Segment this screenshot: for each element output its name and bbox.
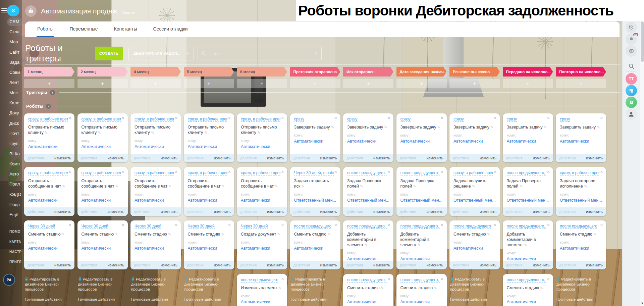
group-actions-link[interactable]: Групповые действия — [556, 297, 605, 301]
sidebar-logo-avatar[interactable]: РА — [3, 274, 15, 286]
edit-pencil-icon[interactable]: ✎ — [544, 125, 547, 129]
actions-link[interactable]: действия — [134, 261, 150, 269]
robot-trigger-link[interactable]: после предыдущего — [453, 224, 491, 229]
sidebar-item-crm[interactable]: CRM — [7, 17, 22, 26]
close-icon[interactable]: ✕ — [387, 170, 390, 174]
close-icon[interactable]: ✕ — [387, 116, 390, 120]
close-icon[interactable]: ✕ — [334, 170, 337, 174]
actions-link[interactable]: действия — [506, 154, 523, 162]
robot-recipient-link[interactable]: Автоматически — [453, 246, 496, 251]
edit-pencil-icon[interactable]: ✎ — [584, 184, 587, 188]
robot-card[interactable]: ✕после предыдущего, п...Задача Проверка … — [343, 167, 393, 216]
edit-link[interactable]: изменить — [480, 261, 496, 269]
robot-recipient-link[interactable]: Автоматически — [400, 300, 443, 304]
sidebar-item-совм[interactable]: Совм — [0, 67, 22, 78]
close-icon[interactable]: ✕ — [68, 170, 71, 174]
robot-recipient-link[interactable]: Автоматически — [241, 246, 283, 251]
robot-card[interactable]: ✕после предыдущего, п...Задача Проверка … — [396, 167, 447, 216]
robot-trigger-link[interactable]: после предыдущего — [241, 277, 278, 283]
edit-link[interactable]: изменить — [214, 261, 230, 269]
edit-pencil-icon[interactable]: ✎ — [62, 184, 65, 188]
sidebar-item-груп[interactable]: Груп — [0, 139, 22, 149]
scrollbar-thumb[interactable] — [641, 21, 644, 62]
history-icon[interactable] — [626, 22, 637, 33]
edit-pencil-icon[interactable]: ✎ — [418, 243, 421, 247]
close-icon[interactable]: ✕ — [281, 116, 284, 120]
robot-recipient-link[interactable]: Автоматически — [188, 246, 230, 251]
robot-recipient-link[interactable]: Автоматически — [507, 300, 549, 304]
edit-pencil-icon[interactable]: ✎ — [115, 232, 118, 236]
sidebar-item-кэдо[interactable]: КЭДО — [0, 190, 22, 200]
edit-pencil-icon[interactable]: ✎ — [331, 125, 334, 129]
sidebar-item-почт[interactable]: Почт — [0, 129, 22, 139]
stage-chip-5[interactable]: 6 месяц — [237, 67, 287, 76]
edit-link[interactable]: изменить — [373, 261, 390, 269]
sidebar-item-bi ко[interactable]: BI Ко — [0, 149, 22, 159]
robot-card[interactable]: ✕после предыдущего, п...Добавить коммент… — [343, 220, 393, 269]
close-icon[interactable]: ✕ — [175, 170, 178, 174]
actions-link[interactable]: действия — [453, 154, 469, 162]
edit-link[interactable]: изменить — [480, 154, 496, 162]
sidebar-item-доку[interactable]: Доку — [0, 108, 22, 118]
add-robot-button[interactable]: + — [503, 79, 553, 88]
robot-recipient-link[interactable]: Автоматически — [28, 198, 70, 203]
edit-pencil-icon[interactable]: ✎ — [491, 125, 494, 129]
robot-recipient-link[interactable]: Автоматически — [135, 144, 177, 149]
robot-trigger-link[interactable]: после предыдущего, п... — [507, 224, 546, 229]
edit-link[interactable]: изменить — [533, 154, 549, 162]
edit-link[interactable]: изменить — [320, 207, 337, 216]
actions-link[interactable]: действия — [81, 207, 97, 216]
edit-link[interactable]: изменить — [320, 154, 337, 162]
search-input[interactable] — [209, 51, 311, 56]
robot-trigger-link[interactable]: Через 30 дней — [135, 224, 161, 229]
close-menu-button[interactable]: ✕ — [7, 5, 19, 16]
robot-trigger-link[interactable]: сразу, в рабочее время — [241, 170, 280, 175]
robot-recipient-link[interactable]: Автоматически — [188, 198, 230, 203]
edit-link[interactable]: изменить — [426, 154, 443, 162]
edit-link[interactable]: изменить — [107, 261, 124, 269]
robot-recipient-link[interactable]: Автоматически — [241, 144, 283, 149]
robot-card[interactable]: ✕сразу, в рабочее времяОтправить письмо … — [24, 113, 74, 162]
edit-link[interactable]: изменить — [161, 207, 177, 216]
robot-trigger-link[interactable]: сразу — [507, 117, 517, 122]
add-robot-button[interactable]: + — [396, 79, 447, 88]
funnel-selector[interactable]: ДЕБИТОРСКАЯ ЗАДОЛ... — [128, 47, 194, 60]
close-icon[interactable]: ✕ — [281, 223, 284, 227]
close-icon[interactable]: ✕ — [494, 116, 497, 120]
robot-trigger-link[interactable]: после предыдущего, п... — [347, 170, 387, 175]
tab-переменные[interactable]: Переменные — [61, 21, 106, 37]
robot-recipient-link[interactable]: Автоматически — [135, 198, 177, 203]
sidebar-item-кале[interactable]: Кале — [0, 98, 22, 108]
close-icon[interactable]: ✕ — [228, 170, 231, 174]
sidebar-item-диск[interactable]: Диск — [0, 118, 22, 129]
edit-link[interactable]: изменить — [161, 261, 177, 269]
robot-recipient-link[interactable]: Автоматически — [241, 300, 283, 304]
actions-link[interactable]: действия — [293, 154, 310, 162]
edit-pencil-icon[interactable]: ✎ — [472, 184, 475, 188]
sidebar-item-прил[interactable]: Прил — [0, 179, 22, 189]
edit-link[interactable]: изменить — [586, 154, 603, 162]
actions-link[interactable]: действия — [346, 154, 363, 162]
group-actions-link[interactable]: Групповые действия — [78, 297, 127, 301]
robot-card[interactable]: ✕после предыдущего, п...Добавить коммент… — [396, 220, 447, 269]
close-icon[interactable]: ✕ — [547, 116, 550, 120]
actions-link[interactable]: действия — [400, 154, 416, 162]
robot-recipient-link[interactable]: Автоматически — [400, 139, 443, 144]
robot-card[interactable]: ✕после предыдущегоСменить стадию ✎кому:А… — [449, 220, 500, 269]
sidebar-item-авто[interactable]: Авто — [0, 169, 22, 179]
robot-trigger-link[interactable]: сразу, в рабочее время — [135, 170, 174, 175]
clear-search-icon[interactable]: ✕ — [314, 51, 318, 56]
close-icon[interactable]: ✕ — [121, 116, 124, 120]
edit-pencil-icon[interactable]: ✎ — [384, 125, 387, 129]
edit-pencil-icon[interactable]: ✎ — [593, 232, 596, 236]
actions-link[interactable]: действия — [28, 207, 44, 216]
robot-recipient-link[interactable]: Автоматически — [294, 139, 336, 144]
robot-card[interactable]: ✕сразу, в рабочее времяОтправить сообщен… — [24, 167, 74, 216]
sidebar-item-комп[interactable]: Комп — [0, 159, 22, 169]
designer-link[interactable]: Редактировать в дизайнере Бизнес-процесс… — [131, 277, 180, 292]
robot-recipient-link[interactable]: Автоматически — [507, 139, 549, 144]
robot-card[interactable]: ✕после предыдущегоИзменить элемент ✎кому… — [237, 274, 287, 306]
close-icon[interactable]: ✕ — [228, 223, 231, 227]
robot-recipient-link[interactable]: Автоматически — [28, 144, 70, 149]
edit-pencil-icon[interactable]: ✎ — [524, 243, 527, 247]
